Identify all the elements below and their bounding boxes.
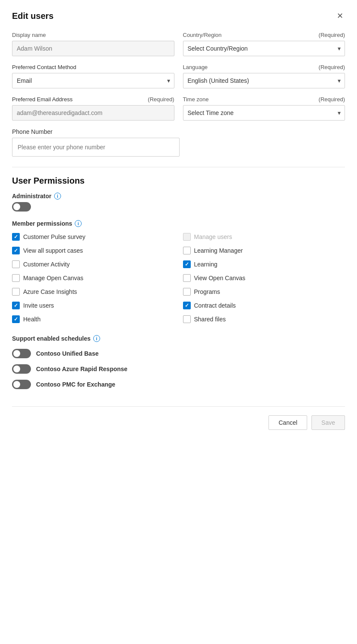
member-permissions-label-row: Member permissions i <box>12 220 345 227</box>
schedule-contoso-azure: Contoso Azure Rapid Response <box>12 364 345 374</box>
perm-customer-activity: Customer Activity <box>12 260 174 268</box>
label-view-open-canvas: View Open Canvas <box>194 275 246 281</box>
country-select-wrapper: Select Country/Region <box>183 41 345 56</box>
admin-toggle-wrapper <box>12 202 345 212</box>
perm-manage-users: Manage users <box>183 233 345 241</box>
admin-info-icon[interactable]: i <box>54 193 61 200</box>
display-name-col: Display name <box>12 32 174 56</box>
label-manage-users: Manage users <box>194 233 232 240</box>
perm-customer-pulse: Customer Pulse survey <box>12 233 174 241</box>
checkbox-view-open-canvas[interactable] <box>183 274 191 282</box>
label-invite-users: Invite users <box>23 302 54 309</box>
email-label: Preferred Email Address <box>12 96 73 103</box>
perm-view-support: View all support cases <box>12 247 174 254</box>
support-schedules-section: Support enabled schedules i Contoso Unif… <box>12 335 345 389</box>
phone-input[interactable] <box>12 138 180 157</box>
support-schedules-label: Support enabled schedules <box>12 335 91 342</box>
checkbox-shared-files[interactable] <box>183 315 191 323</box>
email-required: (Required) <box>148 96 174 103</box>
schedule-contoso-unified: Contoso Unified Base <box>12 349 345 358</box>
checkbox-customer-pulse[interactable] <box>12 233 20 241</box>
language-label: Language <box>183 64 208 70</box>
modal-header: Edit users ✕ <box>12 10 345 21</box>
schedule-contoso-pmc: Contoso PMC for Exchange <box>12 380 345 389</box>
label-contoso-unified: Contoso Unified Base <box>36 350 98 357</box>
perm-programs: Programs <box>183 288 345 296</box>
edit-users-modal: Edit users ✕ Display name Country/Region… <box>0 0 357 644</box>
modal-title: Edit users <box>12 11 54 21</box>
label-contoso-azure: Contoso Azure Rapid Response <box>36 366 128 372</box>
language-select[interactable]: English (United States) <box>183 73 345 88</box>
label-shared-files: Shared files <box>194 316 226 323</box>
slider-contoso-unified <box>12 349 31 358</box>
contact-method-col: Preferred Contact Method Email <box>12 64 174 88</box>
timezone-select[interactable]: Select Time zone <box>183 105 345 121</box>
save-button[interactable]: Save <box>311 415 345 430</box>
support-schedules-info-icon[interactable]: i <box>93 335 100 342</box>
admin-toggle[interactable] <box>12 202 31 212</box>
label-contoso-pmc: Contoso PMC for Exchange <box>36 381 115 388</box>
toggle-contoso-unified[interactable] <box>12 349 31 358</box>
display-name-label: Display name <box>12 32 174 38</box>
checkbox-azure-case-insights[interactable] <box>12 288 20 296</box>
checkbox-invite-users[interactable] <box>12 302 20 309</box>
language-col: Language (Required) English (United Stat… <box>183 64 345 88</box>
checkbox-manage-users[interactable] <box>183 233 191 241</box>
perm-health: Health <box>12 315 174 323</box>
checkbox-health[interactable] <box>12 315 20 323</box>
label-programs: Programs <box>194 288 220 295</box>
toggle-contoso-azure[interactable] <box>12 364 31 374</box>
member-permissions-info-icon[interactable]: i <box>75 220 82 227</box>
admin-label-row: Administrator i <box>12 193 345 200</box>
timezone-required: (Required) <box>319 96 345 103</box>
contact-method-select[interactable]: Email <box>12 73 174 88</box>
perm-shared-files: Shared files <box>183 315 345 323</box>
permissions-grid: Customer Pulse survey Manage users View … <box>12 233 345 323</box>
label-contract-details: Contract details <box>194 302 236 309</box>
member-permissions-label: Member permissions <box>12 220 72 227</box>
checkbox-customer-activity[interactable] <box>12 260 20 268</box>
contact-method-select-wrapper: Email <box>12 73 174 88</box>
form-row-3: Preferred Email Address (Required) Time … <box>12 96 345 121</box>
display-name-input[interactable] <box>12 41 174 56</box>
email-col: Preferred Email Address (Required) <box>12 96 174 121</box>
form-row-2: Preferred Contact Method Email Language … <box>12 64 345 88</box>
checkbox-view-support[interactable] <box>12 247 20 254</box>
admin-label: Administrator <box>12 193 52 200</box>
country-select[interactable]: Select Country/Region <box>183 41 345 56</box>
label-customer-pulse: Customer Pulse survey <box>23 233 85 240</box>
phone-label: Phone Number <box>12 128 345 135</box>
label-customer-activity: Customer Activity <box>23 261 70 268</box>
label-learning-manager: Learning Manager <box>194 247 243 254</box>
user-permissions-section: User Permissions Administrator i Member … <box>12 176 345 323</box>
language-select-wrapper: English (United States) <box>183 73 345 88</box>
perm-learning: Learning <box>183 260 345 268</box>
country-region-col: Country/Region (Required) Select Country… <box>183 32 345 56</box>
perm-manage-open-canvas: Manage Open Canvas <box>12 274 174 282</box>
section-divider <box>12 167 345 167</box>
language-required: (Required) <box>319 64 345 70</box>
checkbox-contract-details[interactable] <box>183 302 191 309</box>
perm-azure-case-insights: Azure Case Insights <box>12 288 174 296</box>
timezone-select-wrapper: Select Time zone <box>183 105 345 121</box>
checkbox-learning[interactable] <box>183 260 191 268</box>
timezone-label: Time zone <box>183 96 209 103</box>
form-row-1: Display name Country/Region (Required) S… <box>12 32 345 56</box>
perm-learning-manager: Learning Manager <box>183 247 345 254</box>
perm-contract-details: Contract details <box>183 302 345 309</box>
support-schedules-label-row: Support enabled schedules i <box>12 335 345 342</box>
label-health: Health <box>23 316 40 323</box>
slider-contoso-azure <box>12 364 31 374</box>
label-manage-open-canvas: Manage Open Canvas <box>23 275 83 281</box>
label-learning: Learning <box>194 261 218 268</box>
cancel-button[interactable]: Cancel <box>269 415 307 430</box>
checkbox-learning-manager[interactable] <box>183 247 191 254</box>
checkbox-manage-open-canvas[interactable] <box>12 274 20 282</box>
admin-toggle-slider <box>12 202 31 212</box>
country-required: (Required) <box>319 32 345 38</box>
close-button[interactable]: ✕ <box>335 10 345 21</box>
toggle-contoso-pmc[interactable] <box>12 380 31 389</box>
label-view-support: View all support cases <box>23 247 83 254</box>
email-input[interactable] <box>12 105 174 121</box>
checkbox-programs[interactable] <box>183 288 191 296</box>
